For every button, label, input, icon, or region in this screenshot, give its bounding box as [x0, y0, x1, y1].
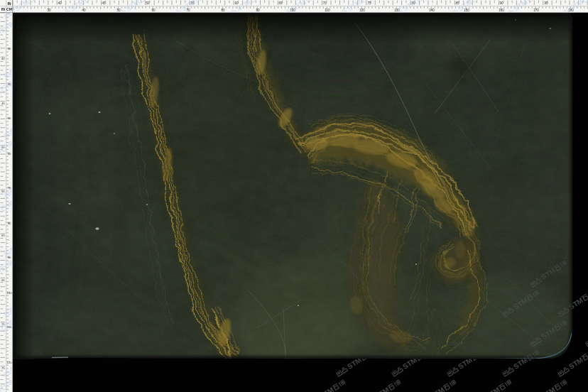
- svg-text:60: 60: [1, 234, 5, 237]
- svg-text:140: 140: [429, 9, 435, 12]
- svg-text:40: 40: [82, 9, 86, 12]
- svg-text:90: 90: [499, 1, 503, 5]
- svg-text:50: 50: [146, 1, 150, 5]
- svg-text:45: 45: [102, 1, 106, 5]
- svg-text:50: 50: [8, 116, 11, 120]
- svg-text:170: 170: [533, 9, 539, 12]
- svg-text:100: 100: [7, 291, 13, 295]
- svg-text:80: 80: [221, 9, 225, 12]
- svg-text:IN: IN: [7, 1, 11, 6]
- svg-text:IN: IN: [1, 7, 5, 11]
- svg-text:75: 75: [367, 1, 371, 5]
- svg-text:60: 60: [8, 152, 11, 156]
- svg-text:40: 40: [58, 1, 62, 5]
- svg-text:65: 65: [1, 278, 5, 282]
- svg-text:120: 120: [7, 361, 13, 364]
- svg-text:70: 70: [322, 1, 327, 5]
- svg-text:45: 45: [1, 102, 5, 105]
- svg-text:30: 30: [8, 47, 11, 50]
- svg-text:80: 80: [8, 222, 11, 225]
- svg-text:120: 120: [359, 9, 365, 12]
- svg-text:110: 110: [325, 9, 330, 12]
- svg-text:110: 110: [7, 325, 12, 329]
- svg-text:90: 90: [256, 9, 260, 12]
- svg-text:160: 160: [499, 9, 504, 12]
- svg-text:95: 95: [544, 1, 548, 5]
- svg-text:60: 60: [151, 9, 156, 12]
- svg-text:55: 55: [1, 190, 5, 193]
- svg-text:65: 65: [278, 1, 283, 5]
- svg-text:75: 75: [1, 366, 5, 370]
- svg-text:30: 30: [47, 9, 51, 12]
- svg-text:50: 50: [116, 9, 121, 12]
- svg-text:40: 40: [1, 57, 5, 60]
